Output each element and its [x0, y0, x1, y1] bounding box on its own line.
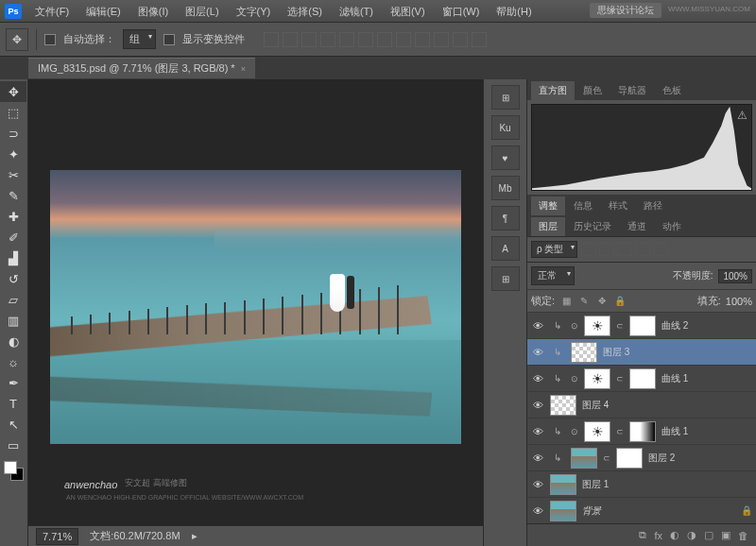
layer-row[interactable]: 👁↳⊙☀⊂曲线 1: [527, 418, 756, 445]
pen-tool[interactable]: ✒: [0, 372, 26, 393]
warning-icon[interactable]: ⚠: [737, 109, 747, 122]
panel-tab[interactable]: 调整: [531, 196, 565, 215]
align-icon[interactable]: [339, 32, 354, 47]
align-icon[interactable]: [434, 32, 449, 47]
filter-icon[interactable]: [617, 243, 632, 256]
align-icon[interactable]: [358, 32, 373, 47]
align-icon[interactable]: [283, 32, 298, 47]
adjustment-icon[interactable]: ◑: [687, 529, 696, 541]
panel-tab[interactable]: 图层: [531, 217, 565, 236]
panel-tab[interactable]: 颜色: [576, 81, 610, 100]
panel-tab[interactable]: 导航器: [610, 81, 654, 100]
panel-tab[interactable]: 历史记录: [566, 217, 619, 236]
layer-row[interactable]: 👁↳图层 3: [527, 339, 756, 366]
type-tool[interactable]: T: [0, 393, 26, 414]
dock-button[interactable]: A: [491, 236, 520, 261]
panel-tab[interactable]: 路径: [636, 196, 670, 215]
gradient-tool[interactable]: ▥: [0, 310, 26, 331]
visibility-icon[interactable]: 👁: [531, 505, 544, 517]
menu-item[interactable]: 窗口(W): [434, 6, 489, 17]
align-icon[interactable]: [320, 32, 335, 47]
path-tool[interactable]: ↖: [0, 414, 26, 435]
panel-tab[interactable]: 样式: [601, 196, 635, 215]
align-icon[interactable]: [472, 32, 487, 47]
dock-button[interactable]: ⊞: [491, 266, 520, 291]
dock-button[interactable]: Ku: [491, 115, 520, 140]
panel-tab[interactable]: 信息: [566, 196, 600, 215]
opacity-field[interactable]: 100%: [718, 269, 752, 283]
move-tool[interactable]: ✥: [0, 81, 26, 102]
lasso-tool[interactable]: ⊃: [0, 123, 26, 144]
chevron-right-icon[interactable]: ▸: [192, 530, 198, 542]
group-icon[interactable]: ▢: [704, 529, 713, 541]
layer-row[interactable]: 👁↳⊙☀⊂曲线 1: [527, 366, 756, 392]
fill-field[interactable]: 100%: [726, 296, 752, 307]
filter-icon[interactable]: [653, 243, 668, 256]
align-icon[interactable]: [396, 32, 411, 47]
panel-tab[interactable]: 直方图: [531, 81, 575, 100]
new-layer-icon[interactable]: ▣: [721, 529, 730, 541]
lock-pixels-icon[interactable]: ▦: [559, 295, 573, 308]
fx-icon[interactable]: fx: [654, 530, 662, 541]
lock-position-icon[interactable]: ✥: [595, 295, 609, 308]
visibility-icon[interactable]: 👁: [531, 347, 544, 358]
dock-button[interactable]: Mb: [491, 176, 520, 200]
link-layers-icon[interactable]: ⧉: [639, 529, 646, 541]
menu-item[interactable]: 视图(V): [382, 6, 434, 17]
marquee-tool[interactable]: ⬚: [0, 102, 26, 123]
dock-button[interactable]: ¶: [491, 206, 520, 230]
menu-item[interactable]: 图层(L): [177, 6, 227, 17]
layer-row[interactable]: 👁↳⊙☀⊂曲线 2: [527, 313, 756, 339]
filter-icon[interactable]: [599, 243, 614, 256]
menu-item[interactable]: 滤镜(T): [331, 6, 382, 17]
panel-tab[interactable]: 通道: [620, 217, 654, 236]
mask-icon[interactable]: ◐: [670, 529, 679, 541]
visibility-icon[interactable]: 👁: [531, 320, 544, 332]
show-transform-checkbox[interactable]: [163, 34, 175, 45]
filter-icon[interactable]: [581, 243, 596, 256]
color-swatches[interactable]: [4, 461, 24, 484]
document-tab[interactable]: IMG_8315.psd @ 7.71% (图层 3, RGB/8) *×: [28, 58, 255, 78]
shape-tool[interactable]: ▭: [0, 435, 26, 455]
lock-brush-icon[interactable]: ✎: [577, 295, 591, 308]
menu-item[interactable]: 图像(I): [129, 6, 177, 17]
trash-icon[interactable]: 🗑: [738, 530, 748, 541]
lock-all-icon[interactable]: 🔒: [613, 295, 627, 308]
visibility-icon[interactable]: 👁: [531, 479, 544, 490]
align-icon[interactable]: [453, 32, 468, 47]
auto-select-checkbox[interactable]: [44, 34, 56, 45]
brush-tool[interactable]: ✐: [0, 227, 26, 247]
filter-icon[interactable]: [635, 243, 650, 256]
layer-row[interactable]: 👁↳⊂图层 2: [527, 445, 756, 471]
canvas[interactable]: [50, 170, 461, 444]
eyedropper-tool[interactable]: ✎: [0, 185, 26, 206]
align-icon[interactable]: [377, 32, 392, 47]
history-brush-tool[interactable]: ↺: [0, 268, 26, 289]
blur-tool[interactable]: ◐: [0, 331, 26, 351]
panel-tab[interactable]: 动作: [655, 217, 689, 236]
heal-tool[interactable]: ✚: [0, 206, 26, 227]
layer-row[interactable]: 👁图层 4: [527, 392, 756, 418]
close-tab-icon[interactable]: ×: [241, 64, 246, 74]
align-icon[interactable]: [264, 32, 279, 47]
visibility-icon[interactable]: 👁: [531, 400, 544, 411]
menu-item[interactable]: 帮助(H): [488, 6, 540, 17]
menu-item[interactable]: 编辑(E): [77, 6, 129, 17]
menu-item[interactable]: 文字(Y): [228, 6, 280, 17]
layer-row[interactable]: 👁背景🔒: [527, 498, 756, 523]
align-icon[interactable]: [301, 32, 317, 47]
visibility-icon[interactable]: 👁: [531, 452, 544, 464]
dock-button[interactable]: ⊞: [491, 85, 520, 110]
layer-kind-dropdown[interactable]: ρ 类型: [531, 241, 577, 258]
menu-item[interactable]: 选择(S): [279, 6, 331, 17]
menu-item[interactable]: 文件(F): [26, 6, 77, 17]
visibility-icon[interactable]: 👁: [531, 373, 544, 384]
auto-select-dropdown[interactable]: 组: [123, 29, 156, 49]
stamp-tool[interactable]: ▟: [0, 247, 26, 268]
blend-mode-dropdown[interactable]: 正常: [531, 266, 575, 285]
dock-button[interactable]: ♥: [491, 145, 520, 170]
dodge-tool[interactable]: ☼: [0, 351, 26, 372]
eraser-tool[interactable]: ▱: [0, 289, 26, 310]
panel-tab[interactable]: 色板: [655, 81, 689, 100]
crop-tool[interactable]: ✂: [0, 164, 26, 185]
